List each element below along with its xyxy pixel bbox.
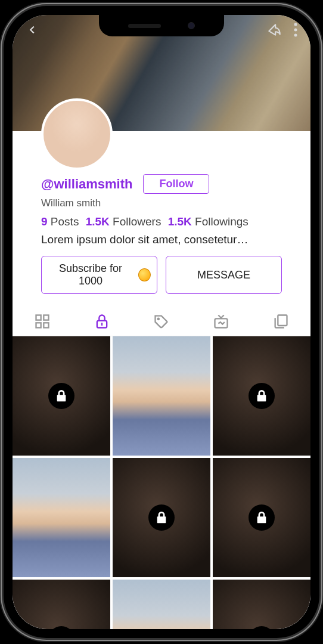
- lock-icon: [48, 626, 74, 629]
- notch: [99, 15, 224, 36]
- tab-locked[interactable]: [94, 313, 110, 330]
- coin-icon: [138, 268, 151, 281]
- grid-cell[interactable]: [213, 458, 310, 577]
- svg-rect-6: [44, 323, 48, 327]
- posts-label: Posts: [51, 215, 79, 228]
- followers-label: Followers: [113, 215, 161, 228]
- grid-cell[interactable]: [213, 336, 310, 456]
- tab-tagged[interactable]: [153, 313, 170, 330]
- subscribe-label: Subscribe for 1000: [48, 262, 133, 287]
- tab-collections[interactable]: [272, 313, 289, 330]
- grid-cell[interactable]: [13, 458, 110, 577]
- tab-tv[interactable]: [213, 313, 229, 330]
- screen: @williamsmith Follow William smith 9 Pos…: [13, 15, 310, 629]
- grid-cell[interactable]: [13, 336, 110, 456]
- grid-cell[interactable]: [113, 580, 210, 629]
- lock-icon: [249, 383, 275, 409]
- speaker: [128, 24, 161, 28]
- message-button[interactable]: MESSAGE: [166, 256, 282, 294]
- svg-rect-3: [36, 315, 41, 320]
- lock-icon: [148, 504, 175, 531]
- post-grid: [13, 336, 310, 629]
- svg-rect-11: [278, 315, 287, 326]
- subscribe-button[interactable]: Subscribe for 1000: [41, 256, 157, 294]
- followers-count: 1.5K: [86, 215, 110, 228]
- following-count: 1.5K: [168, 215, 192, 228]
- svg-rect-4: [44, 315, 48, 320]
- share-icon[interactable]: [266, 22, 282, 38]
- svg-point-0: [294, 23, 297, 26]
- svg-point-9: [158, 318, 159, 320]
- following-label: Followings: [195, 215, 249, 228]
- svg-point-1: [294, 29, 297, 32]
- lock-icon: [249, 504, 275, 531]
- grid-cell[interactable]: [213, 580, 310, 629]
- front-camera: [188, 22, 195, 29]
- lock-icon: [249, 626, 275, 629]
- tab-bar: [13, 305, 310, 336]
- posts-count: 9: [41, 215, 48, 228]
- display-name: William smith: [41, 197, 282, 209]
- bio: Lorem ipsum dolor sit amet, consetetur…: [41, 233, 282, 246]
- svg-rect-5: [36, 323, 41, 327]
- svg-point-2: [294, 34, 297, 37]
- grid-cell[interactable]: [13, 580, 110, 629]
- avatar[interactable]: [41, 98, 113, 170]
- tab-grid[interactable]: [34, 313, 51, 330]
- lock-icon: [48, 383, 74, 409]
- grid-cell[interactable]: [113, 336, 210, 456]
- more-icon[interactable]: [294, 22, 297, 38]
- stats-row: 9 Posts 1.5K Followers 1.5K Followings: [41, 215, 282, 228]
- grid-cell[interactable]: [113, 458, 210, 577]
- follow-button[interactable]: Follow: [143, 174, 209, 194]
- phone-frame: @williamsmith Follow William smith 9 Pos…: [4, 6, 319, 638]
- username: @williamsmith: [41, 177, 132, 192]
- back-icon[interactable]: [26, 23, 39, 36]
